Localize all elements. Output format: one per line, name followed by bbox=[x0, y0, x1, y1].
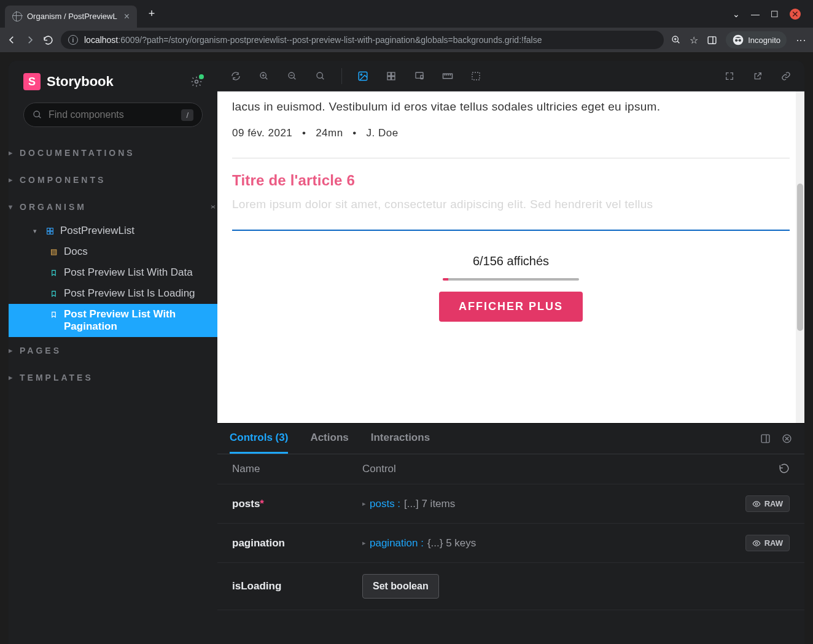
story-canvas: lacus in euismod. Vestibulum id eros vit… bbox=[217, 91, 804, 423]
post-excerpt: lacus in euismod. Vestibulum id eros vit… bbox=[232, 98, 790, 116]
tab-controls[interactable]: Controls (3) bbox=[230, 424, 288, 454]
tree-item-with-data[interactable]: Post Preview List With Data bbox=[9, 262, 217, 283]
close-tab-icon[interactable]: × bbox=[124, 11, 130, 22]
scrollbar[interactable] bbox=[796, 91, 804, 423]
svg-rect-11 bbox=[50, 231, 53, 234]
svg-point-6 bbox=[195, 80, 198, 83]
control-value-pagination[interactable]: ▸ pagination : {...} 5 keys bbox=[362, 537, 745, 549]
addons-panel: Controls (3) Actions Interactions Name C… bbox=[217, 423, 804, 644]
set-boolean-button[interactable]: Set boolean bbox=[362, 574, 439, 599]
chevron-right-icon: ▸ bbox=[362, 500, 366, 508]
tree-item-is-loading[interactable]: Post Preview List Is Loading bbox=[9, 283, 217, 304]
raw-toggle-button[interactable]: RAW bbox=[745, 495, 790, 512]
article-excerpt-faded: Lorem ipsum dolor sit amet, consectetur … bbox=[217, 189, 804, 211]
open-external-icon[interactable] bbox=[750, 69, 765, 83]
forward-button[interactable] bbox=[25, 34, 36, 45]
zoom-reset-icon[interactable] bbox=[313, 69, 328, 83]
background-icon[interactable] bbox=[356, 69, 370, 83]
browser-chrome: Organism / PostPreviewL × + ⌄ ― ☐ ✕ i lo… bbox=[0, 0, 813, 52]
panel-icon[interactable] bbox=[707, 35, 717, 45]
browser-menu-icon[interactable]: ⋮ bbox=[795, 36, 807, 44]
storybook-app: S Storybook / ▸DOCUMENTATIONS ▸COMPONENT… bbox=[9, 61, 804, 644]
reset-controls-button[interactable] bbox=[779, 463, 790, 475]
control-name: posts* bbox=[232, 498, 362, 510]
measure-icon[interactable] bbox=[440, 69, 455, 83]
tree-item-docs[interactable]: ▤ Docs bbox=[9, 241, 217, 262]
section-documentations[interactable]: ▸DOCUMENTATIONS bbox=[9, 139, 217, 166]
viewport-icon[interactable] bbox=[412, 69, 427, 83]
chevron-right-icon: ▸ bbox=[9, 149, 15, 157]
addon-panel-position-icon[interactable] bbox=[760, 433, 771, 444]
collapse-icon[interactable] bbox=[209, 203, 217, 211]
outline-icon[interactable] bbox=[469, 69, 483, 83]
address-bar-actions: ☆ Incognito ⋮ bbox=[671, 31, 807, 48]
section-pages[interactable]: ▸PAGES bbox=[9, 337, 217, 364]
control-name: pagination bbox=[232, 537, 362, 549]
maximize-icon[interactable]: ☐ bbox=[771, 9, 779, 19]
storybook-logo[interactable]: S Storybook bbox=[23, 73, 114, 90]
address-bar: i localhost:6009/?path=/story/organism-p… bbox=[0, 28, 813, 52]
url-input[interactable]: i localhost:6009/?path=/story/organism-p… bbox=[61, 31, 664, 49]
site-info-icon[interactable]: i bbox=[68, 35, 78, 45]
storybook-logo-icon: S bbox=[23, 73, 41, 90]
svg-rect-18 bbox=[392, 72, 395, 76]
url-text: localhost:6009/?path=/story/organism-pos… bbox=[84, 35, 542, 45]
window-controls: ⌄ ― ☐ ✕ bbox=[733, 9, 808, 20]
reload-button[interactable] bbox=[43, 35, 53, 45]
divider bbox=[232, 158, 790, 158]
canvas-toolbar bbox=[217, 61, 804, 91]
separator bbox=[341, 68, 342, 84]
browser-tab[interactable]: Organism / PostPreviewL × bbox=[5, 6, 137, 28]
tree-item-with-pagination[interactable]: Post Preview List With Pagination bbox=[9, 304, 217, 337]
eye-icon bbox=[752, 539, 761, 548]
zoom-in-icon[interactable] bbox=[257, 69, 271, 83]
eye-icon bbox=[752, 500, 761, 508]
main-panel: lacus in euismod. Vestibulum id eros vit… bbox=[217, 61, 804, 644]
bookmark-icon[interactable]: ☆ bbox=[690, 34, 698, 46]
progress-line bbox=[232, 230, 790, 231]
chevron-right-icon: ▸ bbox=[9, 176, 15, 184]
article-title[interactable]: Titre de l'article 6 bbox=[217, 172, 804, 189]
chevron-right-icon: ▸ bbox=[9, 346, 15, 355]
search-shortcut: / bbox=[181, 109, 193, 121]
notification-dot-icon bbox=[199, 74, 204, 79]
link-icon[interactable] bbox=[779, 69, 793, 83]
addon-close-icon[interactable] bbox=[782, 433, 792, 444]
tab-actions[interactable]: Actions bbox=[310, 424, 348, 454]
search-box[interactable]: / bbox=[23, 103, 203, 127]
incognito-badge[interactable]: Incognito bbox=[726, 31, 787, 48]
chevron-down-icon: ▾ bbox=[33, 227, 39, 235]
zoom-out-icon[interactable] bbox=[285, 69, 300, 83]
grid-icon[interactable] bbox=[384, 69, 399, 83]
control-row-posts: posts* ▸ posts : [...] 7 items RAW bbox=[217, 484, 804, 524]
svg-point-28 bbox=[755, 542, 758, 545]
chevron-down-icon[interactable]: ⌄ bbox=[733, 9, 740, 19]
svg-rect-9 bbox=[50, 228, 53, 230]
document-icon: ▤ bbox=[49, 247, 58, 256]
fullscreen-icon[interactable] bbox=[722, 69, 737, 83]
control-row-pagination: pagination ▸ pagination : {...} 5 keys R… bbox=[217, 524, 804, 563]
load-more-button[interactable]: AFFICHER PLUS bbox=[439, 292, 583, 322]
close-window-icon[interactable]: ✕ bbox=[790, 9, 801, 20]
new-tab-button[interactable]: + bbox=[143, 6, 160, 23]
section-organism[interactable]: ▾ORGANISM bbox=[9, 193, 217, 220]
svg-rect-20 bbox=[392, 76, 395, 79]
chevron-right-icon: ▸ bbox=[9, 373, 15, 382]
section-templates[interactable]: ▸TEMPLATES bbox=[9, 364, 217, 391]
svg-point-4 bbox=[739, 39, 741, 42]
back-button[interactable] bbox=[6, 34, 17, 45]
minimize-icon[interactable]: ― bbox=[751, 9, 760, 19]
svg-point-27 bbox=[755, 503, 758, 505]
globe-icon bbox=[12, 12, 22, 21]
control-value-posts[interactable]: ▸ posts : [...] 7 items bbox=[362, 498, 745, 510]
tab-interactions[interactable]: Interactions bbox=[371, 424, 430, 454]
section-components[interactable]: ▸COMPONENTS bbox=[9, 166, 217, 193]
zoom-icon[interactable] bbox=[671, 35, 681, 45]
raw-toggle-button[interactable]: RAW bbox=[745, 535, 790, 551]
search-input[interactable] bbox=[49, 109, 175, 120]
scrollbar-thumb[interactable] bbox=[797, 184, 803, 331]
settings-button[interactable] bbox=[190, 76, 203, 88]
svg-rect-17 bbox=[387, 72, 391, 76]
tree-item-postpreviewlist[interactable]: ▾ PostPreviewList bbox=[9, 220, 217, 241]
sync-icon[interactable] bbox=[228, 69, 243, 83]
